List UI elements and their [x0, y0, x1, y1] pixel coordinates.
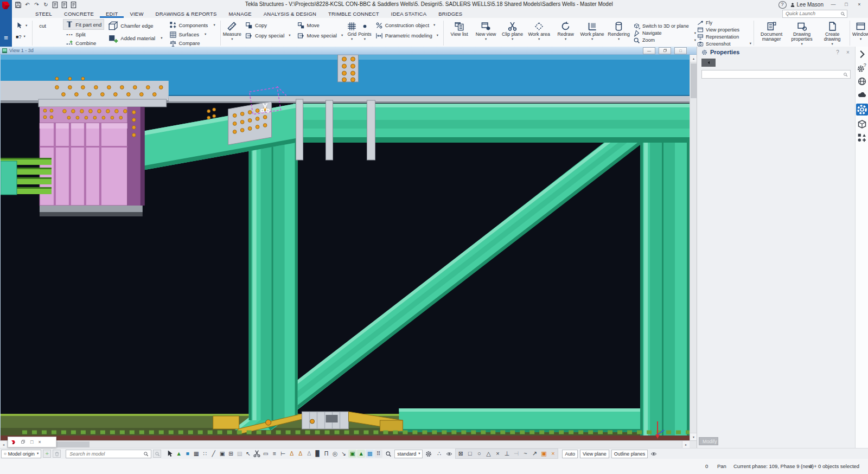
tab-idea-statica[interactable]: IDEA STATICA — [385, 9, 432, 18]
center-truss-column[interactable] — [245, 132, 302, 420]
model-search[interactable] — [66, 450, 151, 458]
properties-search-input[interactable] — [704, 71, 843, 78]
select-tasks-switch[interactable]: ↘ — [340, 450, 348, 458]
vertical-scrollbar[interactable]: ▴ ▾ — [690, 55, 697, 440]
tab-steel[interactable]: STEEL — [29, 9, 58, 18]
save-icon[interactable] — [14, 1, 22, 9]
select-objects-in-assemblies-switch[interactable]: ▲ — [357, 450, 365, 458]
snap-center-points-switch[interactable]: ○ — [475, 450, 483, 458]
snap-points-switch[interactable]: ⊠ — [456, 450, 465, 458]
document-manager-button[interactable]: Document manager — [756, 19, 787, 47]
tab-concrete[interactable]: CONCRETE — [58, 9, 100, 18]
chevron-down-icon[interactable]: ▾ — [205, 33, 206, 36]
select-grids-switch[interactable]: ⊞ — [227, 450, 235, 458]
plane-type-select[interactable]: Auto — [562, 450, 578, 458]
select-components-switch[interactable]: ▲ — [175, 450, 183, 458]
chevron-down-icon[interactable]: ▾ — [161, 36, 162, 40]
chevron-down-icon[interactable]: ▾ — [860, 37, 861, 41]
snap-override-depth-icon[interactable]: ▣ — [539, 450, 548, 458]
view-list-button[interactable]: View list — [446, 19, 473, 47]
chamfer-edge-button[interactable]: Chamfer edge — [105, 20, 165, 31]
snap-line-extensions-switch[interactable]: ⊣ — [512, 450, 520, 458]
select-points-switch[interactable]: ∷ — [201, 450, 209, 458]
split-button[interactable]: Split — [63, 30, 104, 39]
mini-maximize-button[interactable]: □ — [30, 440, 33, 445]
model-search-input[interactable] — [68, 451, 142, 457]
select-cuts-switch[interactable] — [253, 450, 261, 458]
tekla-online-icon[interactable] — [857, 76, 867, 86]
chevron-down-icon[interactable]: ▾ — [512, 37, 513, 41]
move-special-button[interactable]: Move special ▾ — [295, 31, 346, 40]
tab-manage[interactable]: MANAGE — [222, 9, 257, 18]
vertical-scroll-thumb[interactable] — [691, 63, 697, 98]
help-icon[interactable]: ? — [834, 49, 841, 55]
snap-priority-icon[interactable]: ∴ — [435, 450, 443, 458]
select-single-objects-switch[interactable]: ▣ — [218, 450, 226, 458]
chevron-down-icon[interactable]: ▾ — [437, 34, 438, 37]
chevron-down-icon[interactable]: ▾ — [351, 37, 353, 41]
outline-visibility-icon[interactable] — [649, 450, 658, 458]
chevron-down-icon[interactable]: ▾ — [801, 42, 802, 46]
add-origin-button[interactable]: + — [43, 450, 51, 458]
select-grid-lines-switch[interactable]: ▤ — [235, 450, 244, 458]
visibility-icon[interactable] — [445, 450, 454, 458]
back-button[interactable] — [701, 59, 716, 67]
chevron-down-icon[interactable]: ▾ — [364, 37, 366, 41]
snap-override-plane-icon[interactable]: × — [548, 450, 557, 458]
zoom-button[interactable]: Zoom ▾ — [633, 37, 696, 43]
select-welds-switch[interactable]: Δ — [288, 450, 296, 458]
chevron-down-icon[interactable]: ▾ — [831, 42, 833, 46]
chevron-down-icon[interactable]: ▾ — [213, 23, 215, 27]
tab-bridges[interactable]: BRIDGES — [432, 9, 468, 18]
chevron-down-icon[interactable]: ▾ — [23, 35, 25, 39]
select-points-grid-switch[interactable]: ⠿ — [374, 450, 382, 458]
combine-button[interactable]: Combine — [63, 39, 104, 47]
tab-view[interactable]: VIEW — [124, 9, 149, 18]
scroll-right-button[interactable]: ▸ — [682, 441, 690, 448]
chevron-down-icon[interactable]: ▾ — [485, 37, 487, 41]
mini-restore-button[interactable] — [21, 439, 25, 445]
work-plane-select[interactable]: View plane — [580, 450, 609, 458]
maximize-button[interactable]: □ — [840, 1, 853, 9]
quick-launch-input[interactable] — [784, 10, 840, 17]
view-maximize-button[interactable]: □ — [674, 47, 687, 54]
select-all-switch[interactable] — [166, 450, 174, 458]
navigate-button[interactable]: Navigate ▾ — [633, 30, 696, 36]
component-catalog-icon[interactable] — [857, 63, 867, 73]
close-button[interactable]: × — [853, 1, 866, 9]
snap-free-switch[interactable]: ~ — [521, 450, 529, 458]
chevron-down-icon[interactable]: ▾ — [591, 37, 593, 41]
select-objects-grid-switch[interactable]: ▩ — [366, 450, 374, 458]
snap-settings-icon[interactable] — [424, 450, 433, 458]
redo-icon[interactable]: ↷ — [33, 1, 41, 9]
delete-origin-button[interactable] — [53, 450, 61, 458]
tab-drawings-reports[interactable]: DRAWINGS & REPORTS — [150, 9, 223, 18]
view-properties-button[interactable]: View properties — [697, 27, 751, 33]
trimble-connect-icon[interactable] — [857, 90, 867, 100]
report-icon[interactable] — [60, 1, 68, 9]
select-construction-lines-switch[interactable]: ╱ — [209, 450, 218, 458]
tab-analysis-design[interactable]: ANALYSIS & DESIGN — [258, 9, 322, 18]
compare-button[interactable]: Compare — [167, 39, 218, 47]
menu-icon[interactable]: ≡ — [4, 34, 8, 41]
snap-perpendicular-switch[interactable]: ⊥ — [502, 450, 511, 458]
view-minimize-button[interactable]: — — [643, 47, 655, 54]
select-weld-marks-switch[interactable]: Δ — [305, 450, 313, 458]
chevron-down-icon[interactable]: ▾ — [618, 37, 620, 41]
outline-planes-select[interactable]: Outline planes — [611, 450, 648, 458]
select-distances-switch[interactable]: ≡ — [270, 450, 278, 458]
drawing-properties-button[interactable]: Drawing properties ▾ — [787, 19, 817, 47]
properties-pane-icon[interactable] — [856, 104, 868, 116]
chevron-down-icon[interactable]: ▾ — [750, 42, 751, 46]
inquiry-tool-button[interactable]: ■? ▾ — [13, 33, 30, 41]
snap-midpoints-switch[interactable]: △ — [484, 450, 493, 458]
work-plane-button[interactable]: Work plane ▾ — [579, 19, 605, 47]
points-button[interactable]: Points ▾ — [358, 19, 371, 47]
snap-any-position-switch[interactable]: ↗ — [530, 450, 539, 458]
redraw-button[interactable]: Redraw ▾ — [552, 19, 579, 47]
chevron-down-icon[interactable]: ▾ — [341, 34, 343, 37]
user-menu[interactable]: Lee Mason — [790, 2, 824, 8]
chevron-down-icon[interactable]: ▾ — [694, 39, 696, 42]
select-surface-treatment-switch[interactable]: ▉ — [314, 450, 322, 458]
tab-trimble-connect[interactable]: TRIMBLE CONNECT — [322, 9, 385, 18]
